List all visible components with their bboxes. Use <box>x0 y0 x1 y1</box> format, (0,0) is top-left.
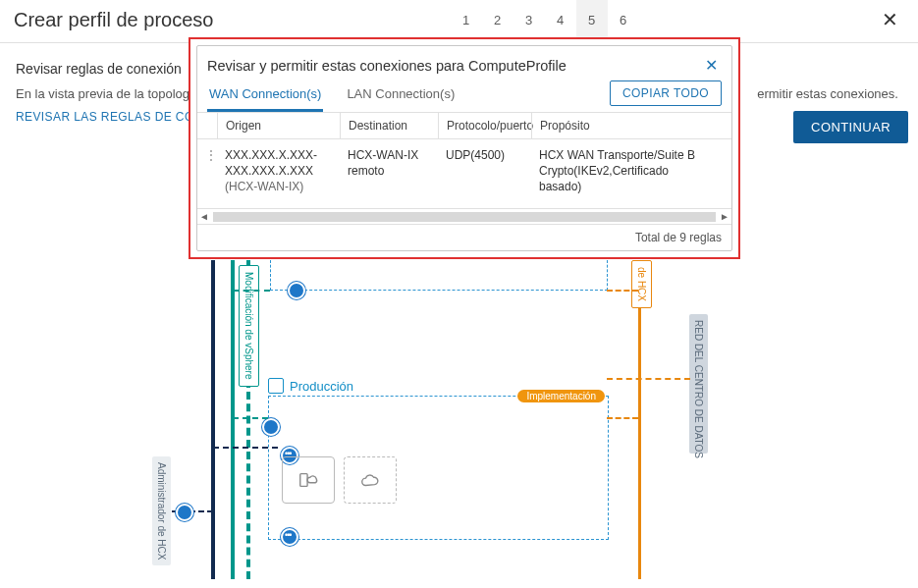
connector <box>607 417 638 419</box>
label-admin-hcx: Administrador de HCX <box>152 456 171 565</box>
cluster-icon <box>268 378 284 394</box>
cell-origen: XXX.XXX.X.XXX- XXX.XXX.X.XXX (HCX-WAN-IX… <box>217 143 340 199</box>
col-purpose: Propósito <box>531 113 718 138</box>
connections-modal: Revisar y permitir estas conexiones para… <box>189 37 740 259</box>
topology-node-icon <box>262 418 280 436</box>
col-handle <box>197 113 217 138</box>
cell-destination: HCX-WAN-IX remoto <box>340 143 438 199</box>
wizard-stepper: 1 2 3 4 5 6 <box>451 0 639 39</box>
col-protocol: Protocolo/puerto <box>438 113 531 138</box>
rail-navy <box>211 260 215 579</box>
wizard-step-1[interactable]: 1 <box>451 0 482 39</box>
modal-close-icon[interactable]: ✕ <box>701 54 722 77</box>
topology-node-icon: ••• <box>281 528 298 546</box>
scroll-right-icon[interactable]: ► <box>718 211 731 222</box>
topology-node-icon <box>176 504 193 521</box>
modal-title: Revisar y permitir estas conexiones para… <box>207 58 567 74</box>
scroll-left-icon[interactable]: ◄ <box>197 211 211 222</box>
tab-lan-connections[interactable]: LAN Connection(s) <box>345 79 457 112</box>
review-rules-link[interactable]: REVISAR LAS REGLAS DE CONE <box>16 110 211 124</box>
tab-wan-connections[interactable]: WAN Connection(s) <box>207 79 323 112</box>
copy-all-button[interactable]: COPIAR TODO <box>610 80 722 106</box>
wizard-step-2[interactable]: 2 <box>482 0 513 39</box>
continue-button[interactable]: CONTINUAR <box>793 111 908 143</box>
cluster-box-top <box>270 260 608 291</box>
wizard-step-4[interactable]: 4 <box>545 0 576 39</box>
wizard-step-3[interactable]: 3 <box>513 0 545 39</box>
wizard-title: Crear perfil de proceso <box>14 9 213 31</box>
col-destination: Destination <box>340 113 438 138</box>
topology-node-icon <box>288 282 305 299</box>
host-cloud-tile <box>282 456 335 504</box>
svg-rect-0 <box>300 474 307 487</box>
scroll-thumb[interactable] <box>213 212 716 222</box>
table-row[interactable]: ⋮ XXX.XXX.X.XXX- XXX.XXX.X.XXX (HCX-WAN-… <box>197 139 731 203</box>
close-icon[interactable]: ✕ <box>876 8 904 31</box>
cell-protocol: UDP(4500) <box>438 143 531 199</box>
cloud-tile <box>344 456 397 504</box>
wizard-step-6[interactable]: 6 <box>608 0 639 39</box>
col-origen: Origen <box>217 113 340 138</box>
wizard-step-5[interactable]: 5 <box>576 0 608 39</box>
connector <box>172 510 213 512</box>
connector <box>233 417 268 419</box>
cell-purpose: HCX WAN Transporte/Suite B Crypto(IKEv2,… <box>531 143 718 199</box>
rail-teal <box>231 260 235 579</box>
table-header-row: Origen Destination Protocolo/puerto Prop… <box>197 113 731 139</box>
production-label: Producción <box>268 378 353 394</box>
label-vsphere-mod: Modificación de vSphere <box>239 265 259 387</box>
label-hcx-rail: de HCX <box>631 260 652 308</box>
topology-diagram: Administrador de HCX Modificación de vSp… <box>152 260 761 579</box>
label-datacenter-network: RED DEL CENTRO DE DATOS <box>689 314 708 454</box>
connector <box>607 378 690 380</box>
rules-table: Origen Destination Protocolo/puerto Prop… <box>197 113 731 250</box>
implementation-badge: Implementación <box>517 390 605 402</box>
drag-handle-icon[interactable]: ⋮ <box>197 143 217 199</box>
horizontal-scrollbar[interactable]: ◄ ► <box>197 208 731 224</box>
connector <box>213 447 278 449</box>
table-footer: Total de 9 reglas <box>197 224 731 250</box>
